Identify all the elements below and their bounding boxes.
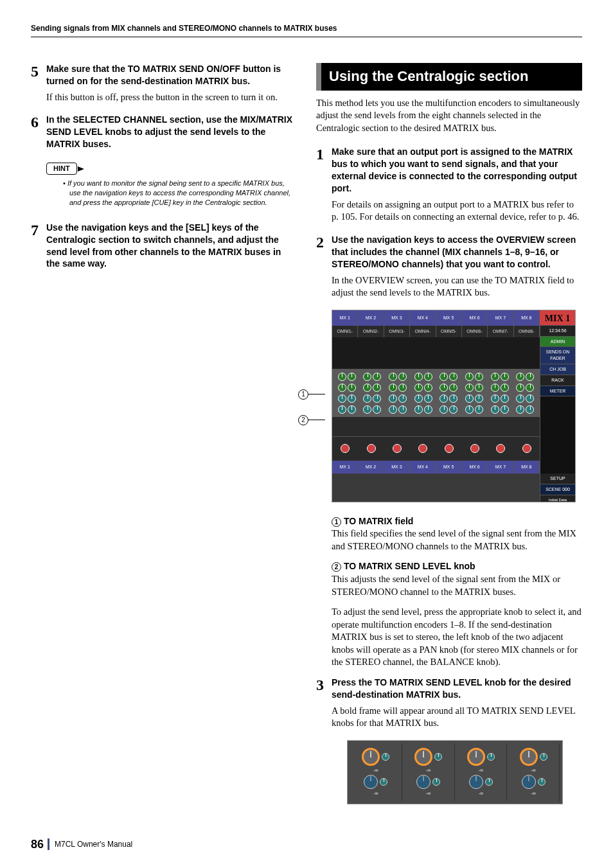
send-knob-icon[interactable]: [414, 373, 423, 381]
to-matrix-knob-pair[interactable]: [411, 372, 436, 382]
to-matrix-knob-pair[interactable]: [488, 405, 512, 414]
send-knob-icon[interactable]: [363, 384, 371, 392]
send-knob-icon[interactable]: [475, 405, 483, 414]
send-knob-icon[interactable]: [491, 405, 499, 414]
send-knob-icon[interactable]: [465, 405, 474, 414]
send-knob-icon[interactable]: [526, 394, 534, 403]
channel-tab[interactable]: MX 1: [332, 461, 358, 474]
to-matrix-knob-pair[interactable]: [360, 405, 385, 414]
send-knob-icon[interactable]: [414, 394, 423, 403]
channel-tab[interactable]: MX 8: [514, 461, 540, 474]
to-matrix-knob-pair[interactable]: [488, 394, 512, 403]
mute-button[interactable]: [470, 444, 479, 453]
sends-on-fader-button[interactable]: SENDS ON FADER: [540, 347, 575, 364]
mute-button[interactable]: [496, 444, 505, 453]
send-knob-icon[interactable]: [526, 384, 534, 392]
channel-tab[interactable]: MX 2: [358, 310, 384, 326]
mini-knob[interactable]: [538, 778, 546, 786]
to-matrix-knob-pair[interactable]: [488, 383, 512, 393]
send-knob-icon[interactable]: [501, 384, 509, 392]
send-knob-icon[interactable]: [348, 405, 356, 414]
send-knob-icon[interactable]: [363, 373, 371, 381]
send-knob-icon[interactable]: [373, 394, 381, 403]
channel-tab[interactable]: MX 6: [462, 310, 488, 326]
send-knob-icon[interactable]: [465, 394, 474, 403]
to-matrix-knob-pair[interactable]: [411, 394, 436, 403]
to-matrix-knob-pair[interactable]: [437, 383, 461, 393]
mini-knob[interactable]: [432, 778, 440, 786]
send-level-knob[interactable]: [520, 748, 538, 766]
to-matrix-knob-pair[interactable]: [462, 405, 486, 414]
send-level-knob[interactable]: [362, 748, 380, 766]
rack-button[interactable]: RACK: [540, 375, 575, 386]
mute-button[interactable]: [445, 444, 454, 453]
to-matrix-knob-pair[interactable]: [335, 394, 359, 403]
channel-tab[interactable]: MX 5: [436, 461, 462, 474]
send-knob-icon[interactable]: [465, 384, 474, 392]
to-matrix-knob-pair[interactable]: [386, 405, 410, 414]
send-knob-icon[interactable]: [526, 373, 534, 381]
admin-button[interactable]: ADMIN: [540, 337, 575, 348]
to-matrix-knob-pair[interactable]: [386, 394, 410, 403]
send-knob-icon[interactable]: [475, 394, 483, 403]
to-matrix-knob-pair[interactable]: [386, 372, 410, 382]
send-knob-icon[interactable]: [373, 405, 381, 414]
send-knob-icon[interactable]: [449, 384, 458, 392]
send-knob-icon[interactable]: [440, 384, 448, 392]
to-matrix-knob-pair[interactable]: [360, 383, 385, 393]
channel-tab[interactable]: MX 3: [384, 310, 410, 326]
send-knob-icon[interactable]: [516, 373, 524, 381]
send-knob-icon[interactable]: [465, 373, 474, 381]
send-knob-icon[interactable]: [449, 373, 458, 381]
send-knob-icon[interactable]: [501, 394, 509, 403]
send-knob-icon[interactable]: [440, 394, 448, 403]
send-knob-icon[interactable]: [449, 405, 458, 414]
send-knob-icon[interactable]: [389, 373, 397, 381]
send-knob-icon[interactable]: [440, 373, 448, 381]
send-knob-icon[interactable]: [338, 394, 346, 403]
to-matrix-knob-pair[interactable]: [513, 394, 537, 403]
mute-button[interactable]: [393, 444, 402, 453]
to-matrix-knob-pair[interactable]: [411, 405, 436, 414]
send-knob-icon[interactable]: [501, 373, 509, 381]
send-knob-icon[interactable]: [348, 373, 356, 381]
send-knob-icon[interactable]: [338, 405, 346, 414]
to-matrix-knob-pair[interactable]: [335, 372, 359, 382]
mute-button[interactable]: [367, 444, 376, 453]
send-knob-icon[interactable]: [424, 394, 432, 403]
to-matrix-knob-pair[interactable]: [488, 372, 512, 382]
send-knob-icon[interactable]: [348, 394, 356, 403]
send-level-knob[interactable]: [469, 775, 483, 789]
send-knob-icon[interactable]: [414, 405, 423, 414]
send-knob-icon[interactable]: [440, 405, 448, 414]
send-knob-icon[interactable]: [373, 384, 381, 392]
to-matrix-knob-pair[interactable]: [513, 383, 537, 393]
send-knob-icon[interactable]: [398, 394, 407, 403]
send-knob-icon[interactable]: [516, 405, 524, 414]
send-knob-icon[interactable]: [398, 373, 407, 381]
send-knob-icon[interactable]: [363, 394, 371, 403]
mini-knob[interactable]: [434, 753, 442, 761]
send-knob-icon[interactable]: [424, 384, 432, 392]
send-knob-icon[interactable]: [491, 394, 499, 403]
send-knob-icon[interactable]: [491, 373, 499, 381]
send-knob-icon[interactable]: [338, 384, 346, 392]
mini-knob[interactable]: [540, 753, 547, 761]
send-knob-icon[interactable]: [501, 405, 509, 414]
send-knob-icon[interactable]: [348, 384, 356, 392]
send-knob-icon[interactable]: [424, 405, 432, 414]
send-knob-icon[interactable]: [475, 384, 483, 392]
channel-tab[interactable]: MX 5: [436, 310, 462, 326]
channel-tab[interactable]: MX 3: [384, 461, 410, 474]
mini-knob[interactable]: [382, 753, 389, 761]
to-matrix-knob-pair[interactable]: [437, 394, 461, 403]
send-knob-icon[interactable]: [398, 405, 407, 414]
send-knob-icon[interactable]: [389, 384, 397, 392]
send-knob-icon[interactable]: [389, 405, 397, 414]
to-matrix-field[interactable]: [332, 369, 540, 417]
send-knob-icon[interactable]: [449, 394, 458, 403]
send-level-knob[interactable]: [416, 775, 431, 789]
send-knob-icon[interactable]: [389, 394, 397, 403]
send-knob-icon[interactable]: [475, 373, 483, 381]
mute-button[interactable]: [522, 444, 531, 453]
